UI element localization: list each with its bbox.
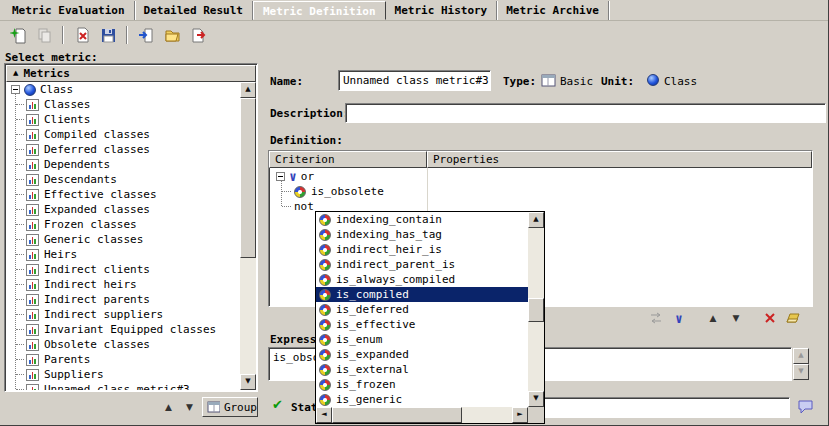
move-metric-up-button[interactable]: ▲ <box>160 398 177 416</box>
scrollbar-thumb[interactable] <box>332 407 462 423</box>
copy-metric-button[interactable] <box>32 24 56 46</box>
scroll-right-icon[interactable]: ► <box>512 407 528 423</box>
collapse-icon[interactable] <box>11 85 20 94</box>
tree-item[interactable]: Parents <box>6 352 240 367</box>
dropdown-item[interactable]: is_generic <box>316 392 528 407</box>
group-button[interactable]: Group <box>202 397 258 417</box>
name-label: Name: <box>270 75 303 88</box>
criterion-column-header[interactable]: Criterion <box>269 151 427 168</box>
scroll-down-icon[interactable]: ▼ <box>793 364 809 380</box>
move-metric-down-button[interactable]: ▼ <box>181 398 198 416</box>
import-metrics-button[interactable] <box>134 24 158 46</box>
criterion-icon <box>319 334 331 346</box>
tree-item-label: Expanded classes <box>44 203 150 216</box>
criterion-row-is-obsolete[interactable]: is_obsolete <box>270 184 811 199</box>
tree-item[interactable]: Expanded classes <box>6 202 240 217</box>
scroll-up-icon[interactable]: ▲ <box>793 348 809 364</box>
tree-item[interactable]: Indirect suppliers <box>6 307 240 322</box>
scrollbar-thumb[interactable] <box>528 298 544 322</box>
scroll-down-icon[interactable]: ▼ <box>240 374 256 390</box>
tree-item[interactable]: Indirect clients <box>6 262 240 277</box>
tree-item[interactable]: Obsolete classes <box>6 337 240 352</box>
export-metric-button[interactable] <box>186 24 210 46</box>
delete-metric-button[interactable] <box>70 24 94 46</box>
swap-criterion-button[interactable] <box>646 310 666 326</box>
tab[interactable]: Metric History <box>386 1 498 20</box>
dropdown-item[interactable]: is_effective <box>316 317 528 332</box>
tab-label: Metric Archive <box>506 4 599 17</box>
move-criterion-up-button[interactable]: ▲ <box>703 310 723 326</box>
dropdown-horizontal-scrollbar[interactable]: ◄ ► <box>316 407 528 423</box>
metric-icon <box>26 129 39 141</box>
basic-type-icon <box>541 74 556 90</box>
criterion-icon <box>319 319 331 331</box>
dropdown-item[interactable]: is_compiled <box>316 287 528 302</box>
change-operator-button[interactable]: ∨ <box>669 310 689 326</box>
tree-item[interactable]: Generic classes <box>6 232 240 247</box>
erase-definition-button[interactable] <box>783 310 803 326</box>
tree-item[interactable]: Deferred classes <box>6 142 240 157</box>
scroll-up-icon[interactable]: ▲ <box>528 212 544 228</box>
dropdown-item[interactable]: is_expanded <box>316 347 528 362</box>
tree-item-class-root[interactable]: Class <box>6 82 240 97</box>
criterion-icon <box>319 244 331 256</box>
tree-item-label: Indirect heirs <box>44 278 137 291</box>
metric-list-header[interactable]: ▲ Metrics <box>6 65 256 82</box>
scrollbar-thumb[interactable] <box>240 98 256 258</box>
scroll-up-icon[interactable]: ▲ <box>240 82 256 98</box>
tree-item[interactable]: Effective classes <box>6 187 240 202</box>
dropdown-vertical-scrollbar[interactable]: ▲ ▼ <box>528 212 544 407</box>
scrollbar-corner <box>528 407 544 423</box>
tab-label: Detailed Result <box>144 4 243 17</box>
scrollbar-track[interactable] <box>528 228 544 391</box>
tree-item[interactable]: Suppliers <box>6 367 240 382</box>
tree-item[interactable]: Frozen classes <box>6 217 240 232</box>
criterion-children: is_obsolete not <box>270 184 811 214</box>
expression-scrollbar[interactable]: ▲ ▼ <box>793 348 809 380</box>
dropdown-item[interactable]: indexing_contain <box>316 212 528 227</box>
scroll-down-icon[interactable]: ▼ <box>528 391 544 407</box>
scrollbar-track[interactable] <box>332 407 512 423</box>
metric-list-scrollbar[interactable]: ▲ ▼ <box>240 82 256 390</box>
new-metric-button[interactable] <box>6 24 30 46</box>
tree-item[interactable]: Descendants <box>6 172 240 187</box>
tree-item[interactable]: Dependents <box>6 157 240 172</box>
scrollbar-track[interactable] <box>240 98 256 374</box>
dropdown-item-label: indirect_heir_is <box>336 243 442 256</box>
save-metric-button[interactable] <box>96 24 120 46</box>
dropdown-item[interactable]: is_frozen <box>316 377 528 392</box>
dropdown-item[interactable]: indirect_parent_is <box>316 257 528 272</box>
dropdown-item-label: is_effective <box>336 318 415 331</box>
dropdown-item[interactable]: indexing_has_tag <box>316 227 528 242</box>
dropdown-item-label: is_generic <box>336 393 402 406</box>
dropdown-item[interactable]: indirect_heir_is <box>316 242 528 257</box>
comment-bubble-icon[interactable] <box>797 399 815 417</box>
dropdown-item[interactable]: is_deferred <box>316 302 528 317</box>
tree-item[interactable]: Heirs <box>6 247 240 262</box>
tab[interactable]: Detailed Result <box>135 1 253 20</box>
dropdown-item[interactable]: is_enum <box>316 332 528 347</box>
tab[interactable]: Metric Evaluation <box>3 1 135 20</box>
collapse-icon[interactable] <box>276 172 285 181</box>
move-criterion-down-button[interactable]: ▼ <box>726 310 746 326</box>
scroll-left-icon[interactable]: ◄ <box>316 407 332 423</box>
tree-item[interactable]: Classes <box>6 97 240 112</box>
tab[interactable]: Metric Archive <box>497 1 609 20</box>
tree-item[interactable]: Compiled classes <box>6 127 240 142</box>
criterion-row-or[interactable]: ∨ or <box>270 169 811 184</box>
properties-column-header[interactable]: Properties <box>427 151 812 168</box>
tree-item[interactable]: Clients <box>6 112 240 127</box>
tree-item[interactable]: Indirect heirs <box>6 277 240 292</box>
tree-item[interactable]: Indirect parents <box>6 292 240 307</box>
remove-criterion-button[interactable] <box>760 310 780 326</box>
open-metric-file-button[interactable] <box>160 24 184 46</box>
dropdown-item[interactable]: is_always_compiled <box>316 272 528 287</box>
description-input[interactable] <box>345 103 826 123</box>
tree-item[interactable]: Invariant Equipped classes <box>6 322 240 337</box>
name-input[interactable]: Unnamed class metric#3 <box>338 70 491 91</box>
tree-item-label: Frozen classes <box>44 218 137 231</box>
tree-item[interactable]: Unnamed class metric#3 <box>6 382 240 390</box>
tab[interactable]: Metric Definition <box>253 1 386 20</box>
tree-item-label: Parents <box>44 353 90 366</box>
dropdown-item[interactable]: is_external <box>316 362 528 377</box>
